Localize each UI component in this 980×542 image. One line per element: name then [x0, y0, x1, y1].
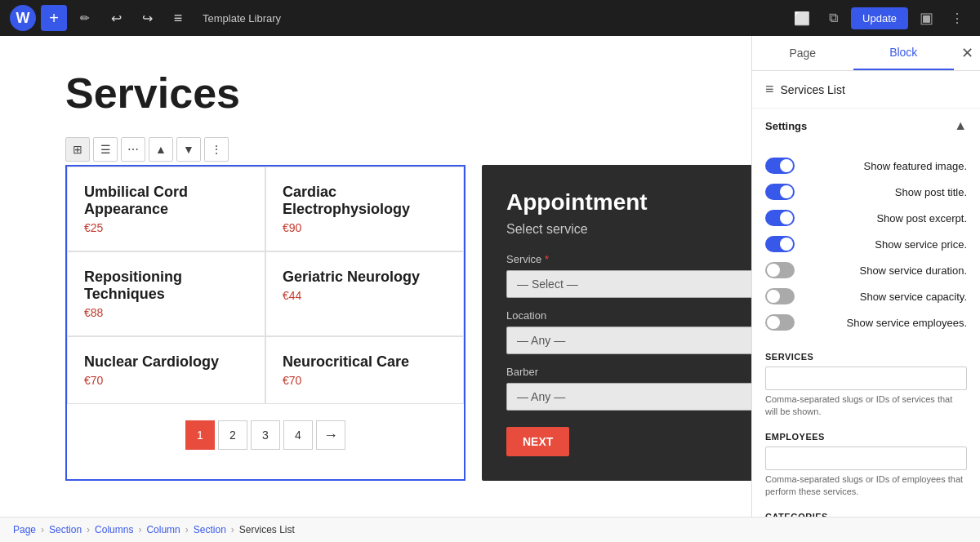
settings-toggle[interactable] [765, 288, 795, 304]
settings-toggle[interactable] [765, 184, 795, 200]
menu-button[interactable]: ≡ [165, 5, 191, 31]
barber-label: Barber [506, 366, 751, 378]
tools-button[interactable]: ✏ [72, 5, 98, 31]
panel-header: Page Block ✕ [752, 36, 980, 71]
grid-view-button[interactable]: ⊞ [65, 137, 90, 162]
employees-field-label: EMPLOYEES [765, 432, 967, 442]
location-select[interactable]: — Any — [506, 327, 751, 354]
page-button-2[interactable]: 2 [218, 420, 247, 450]
services-hint: Comma-separated slugs or IDs of services… [765, 393, 967, 419]
service-card: Repositioning Techniques€88 [67, 251, 265, 336]
services-list-block: Umbilical Cord Appearance€25Cardiac Elec… [65, 165, 466, 481]
services-list-block-name: Services List [781, 83, 845, 96]
settings-row: Show service employees. [765, 309, 967, 335]
service-label: Service * [506, 253, 751, 265]
barber-select[interactable]: — Any — [506, 383, 751, 411]
services-field-group: SERVICES Comma-separated slugs or IDs of… [752, 345, 980, 425]
service-price: €25 [84, 221, 248, 234]
toolbar-right: ⬜ ⧉ Update ▣ ⋮ [789, 5, 970, 31]
settings-toggle[interactable] [765, 236, 795, 252]
categories-field-group: CATEGORIES Comma-separated slugs or IDs … [752, 505, 980, 517]
service-name: Nuclear Cardiology [84, 353, 248, 371]
service-name: Geriatric Neurology [283, 269, 447, 286]
service-name: Cardiac Electrophysiology [283, 184, 447, 218]
employees-input[interactable] [765, 446, 967, 470]
settings-toggle[interactable] [765, 262, 795, 278]
right-panel: Page Block ✕ ≡ Services List Settings ▲ … [751, 36, 980, 517]
breadcrumb-separator: › [87, 524, 90, 535]
more-options-button[interactable]: ⋮ [944, 5, 970, 31]
next-button[interactable]: NEXT [506, 427, 569, 456]
page-button-4[interactable]: 4 [283, 420, 313, 450]
sidebar-toggle-button[interactable]: ▣ [913, 5, 939, 31]
settings-label: Show service price. [875, 238, 967, 251]
page-button-1[interactable]: 1 [185, 420, 215, 450]
barber-select-wrapper: — Any — [506, 383, 751, 411]
services-grid: Umbilical Cord Appearance€25Cardiac Elec… [67, 167, 464, 404]
service-price: €70 [283, 374, 447, 387]
settings-row: Show featured image. [765, 153, 967, 179]
settings-row: Show service price. [765, 231, 967, 257]
breadcrumb-separator: › [231, 524, 234, 535]
toolbar-title: Template Library [203, 12, 281, 24]
view-button[interactable]: ⬜ [789, 5, 815, 31]
breadcrumb-item[interactable]: Section [194, 524, 226, 535]
add-block-button[interactable]: + [41, 5, 67, 31]
settings-row: Show service capacity. [765, 283, 967, 309]
services-list-icon: ≡ [765, 81, 774, 98]
service-form-group: Service * — Select — [506, 253, 751, 298]
toolbar-left: W + ✏ ↩ ↪ ≡ Template Library [10, 5, 281, 31]
breadcrumb-item[interactable]: Page [13, 524, 36, 535]
tab-block[interactable]: Block [853, 36, 955, 70]
list-view-button[interactable]: ☰ [93, 137, 118, 162]
breadcrumb-separator: › [41, 524, 44, 535]
breadcrumb: Page›Section›Columns›Column›Section›Serv… [0, 517, 980, 542]
breadcrumb-item[interactable]: Section [49, 524, 82, 535]
dots-view-button[interactable]: ⋯ [121, 137, 145, 162]
settings-collapse-icon[interactable]: ▲ [954, 118, 967, 133]
service-name: Neurocritical Care [283, 353, 447, 371]
service-select[interactable]: — Select — [506, 270, 751, 298]
settings-toggle[interactable] [765, 314, 795, 331]
appointment-title: Appointment [506, 189, 751, 215]
redo-button[interactable]: ↪ [134, 5, 160, 31]
move-up-button[interactable]: ▲ [149, 137, 173, 162]
next-page-button[interactable]: → [316, 420, 345, 450]
block-toolbar: ⊞ ☰ ⋯ ▲ ▼ ⋮ [0, 134, 751, 165]
editor-area: Services ⊞ ☰ ⋯ ▲ ▼ ⋮ Umbilical Cord Appe… [0, 36, 751, 517]
settings-label: Show service employees. [847, 317, 967, 329]
employees-hint: Comma-separated slugs or IDs of employee… [765, 473, 967, 499]
panel-close-button[interactable]: ✕ [954, 40, 980, 66]
settings-toggle[interactable] [765, 210, 795, 226]
breadcrumb-item[interactable]: Columns [95, 524, 133, 535]
tab-page[interactable]: Page [752, 37, 853, 69]
settings-row: Show service duration. [765, 257, 967, 283]
breadcrumb-separator: › [185, 524, 189, 535]
undo-button[interactable]: ↩ [103, 5, 129, 31]
page-button-3[interactable]: 3 [251, 420, 280, 450]
service-price: €44 [283, 289, 447, 302]
settings-row: Show post title. [765, 179, 967, 205]
wp-logo[interactable]: W [10, 5, 36, 31]
update-button[interactable]: Update [851, 7, 908, 29]
content-row: Umbilical Cord Appearance€25Cardiac Elec… [65, 165, 686, 481]
settings-row: Show post excerpt. [765, 205, 967, 231]
more-block-options-button[interactable]: ⋮ [204, 137, 229, 162]
service-card: Umbilical Cord Appearance€25 [67, 167, 265, 251]
page-title: Services [65, 69, 686, 118]
services-input[interactable] [765, 367, 967, 390]
external-button[interactable]: ⧉ [820, 5, 846, 31]
barber-form-group: Barber — Any — [506, 366, 751, 411]
service-name: Repositioning Techniques [84, 269, 248, 303]
settings-title: Settings [765, 120, 807, 132]
settings-label: Show post title. [895, 186, 967, 198]
services-field-label: SERVICES [765, 352, 967, 362]
move-down-button[interactable]: ▼ [176, 137, 201, 162]
service-card: Nuclear Cardiology€70 [67, 336, 265, 404]
appointment-widget: Appointment Select service Service * — S… [482, 165, 751, 481]
breadcrumb-item[interactable]: Column [146, 524, 180, 535]
settings-label: Show post excerpt. [876, 212, 967, 224]
settings-label: Show service capacity. [860, 291, 967, 303]
service-price: €70 [84, 374, 248, 387]
settings-toggle[interactable] [765, 158, 795, 174]
